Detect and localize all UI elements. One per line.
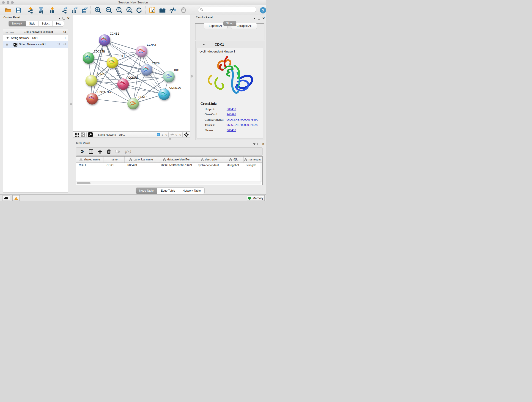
- memory-button[interactable]: Memory: [247, 195, 265, 201]
- network-edge[interactable]: [112, 63, 169, 77]
- network-options-gear-icon[interactable]: ⚙: [63, 30, 66, 34]
- crosslink-link[interactable]: 9606.ENSP00000378699: [227, 123, 258, 127]
- export-image-icon[interactable]: [81, 7, 88, 13]
- tab-style[interactable]: Style: [26, 21, 39, 26]
- protein-collapse-icon[interactable]: [203, 44, 205, 45]
- cloud-status-button[interactable]: [2, 195, 10, 201]
- table-row[interactable]: CDK1CDK1P064939606.ENSP00000378699cyclin…: [76, 163, 262, 168]
- column-header-shared-name[interactable]: shared name: [76, 157, 104, 162]
- refresh-icon[interactable]: [136, 7, 143, 13]
- collection-expand-icon[interactable]: [7, 37, 9, 38]
- table-cell[interactable]: CDK1: [104, 163, 125, 168]
- network-node[interactable]: CCNA1: [136, 43, 157, 57]
- show-panel-eye-icon-disabled[interactable]: [180, 7, 187, 13]
- table-cell[interactable]: P06493: [125, 163, 158, 168]
- network-node[interactable]: CDK1: [107, 55, 125, 68]
- column-header-label: database identifier: [167, 158, 190, 161]
- zoom-selected-icon[interactable]: [126, 7, 133, 13]
- network-share-icon-disabled[interactable]: [81, 133, 85, 137]
- node-label: CDK1: [118, 55, 125, 58]
- tab-string[interactable]: String: [223, 21, 236, 26]
- collapse-all-networks-icon[interactable]: ⌄⌄: [5, 31, 8, 33]
- network-row-selected[interactable]: String Network – cdk1 11 48: [3, 41, 68, 48]
- save-session-icon[interactable]: [15, 7, 22, 13]
- table-cell[interactable]: cyclin-dependent ...: [195, 163, 224, 168]
- table-cell[interactable]: stringdb: [244, 163, 262, 168]
- delete-table-icon-disabled: [115, 150, 120, 153]
- network-node[interactable]: HIST1H1A: [86, 91, 111, 104]
- show-columns-icon[interactable]: [89, 149, 93, 154]
- column-header--id[interactable]: @id: [224, 157, 244, 162]
- delete-column-trash-icon[interactable]: [107, 149, 111, 154]
- expand-all-networks-icon[interactable]: ︿︿: [10, 30, 14, 34]
- import-network-icon[interactable]: [27, 7, 34, 13]
- crosslink-link[interactable]: 9606.ENSP00000378699: [227, 118, 258, 121]
- table-cell[interactable]: 9606.ENSP00000378699: [158, 163, 195, 168]
- panel-close-icon[interactable]: ✕: [67, 17, 70, 20]
- table-vertical-scrollbar[interactable]: [260, 163, 262, 182]
- export-network-icon[interactable]: [62, 7, 69, 13]
- table-cell[interactable]: stringdb:9...: [224, 163, 244, 168]
- control-panel-tabs: Network Style Select Sets: [8, 21, 64, 26]
- table-options-gear-icon[interactable]: ⚙: [80, 149, 84, 154]
- zoom-out-icon[interactable]: [105, 7, 112, 13]
- panel-float-icon[interactable]: [63, 17, 65, 19]
- crosslink-link[interactable]: P06493: [227, 107, 236, 111]
- create-column-plus-icon[interactable]: [98, 149, 102, 154]
- panel-menu-icon[interactable]: [253, 18, 256, 19]
- scrollbar-thumb[interactable]: [77, 182, 90, 184]
- table-horizontal-scrollbar[interactable]: [76, 182, 261, 185]
- network-edge[interactable]: [104, 40, 133, 104]
- panel-menu-icon[interactable]: [58, 18, 60, 19]
- open-session-icon[interactable]: [5, 7, 12, 13]
- right-splitter-handle[interactable]: [191, 75, 193, 77]
- column-header-name[interactable]: name: [104, 157, 125, 162]
- search-input[interactable]: [203, 8, 250, 12]
- help-icon[interactable]: ?: [260, 7, 266, 14]
- tab-node-table[interactable]: Node Table: [136, 188, 157, 194]
- crosslink-link[interactable]: P06493: [227, 128, 236, 132]
- network-canvas[interactable]: CCNB2CCNA1CDC25BCDK1CDC6RB1CCNB1CCNA2CDK…: [73, 15, 190, 132]
- tab-network[interactable]: Network: [9, 21, 26, 26]
- column-header-canonical-name[interactable]: canonical name: [125, 157, 158, 162]
- crosslink-link[interactable]: P06493: [227, 113, 236, 116]
- network-edge[interactable]: [92, 40, 104, 99]
- fit-selection-crosshair-icon[interactable]: [184, 132, 189, 137]
- export-table-icon[interactable]: [71, 7, 78, 13]
- network-edge[interactable]: [92, 99, 133, 104]
- network-node[interactable]: RB1: [163, 69, 180, 82]
- network-edge[interactable]: [104, 40, 142, 51]
- column-header-description[interactable]: description: [195, 157, 224, 162]
- home-networks-icon[interactable]: [159, 7, 166, 13]
- column-header-database-identifier[interactable]: database identifier: [158, 157, 195, 162]
- left-splitter-handle[interactable]: [70, 103, 72, 105]
- clone-network-icon[interactable]: [149, 7, 156, 13]
- tab-select[interactable]: Select: [39, 21, 53, 26]
- import-network-from-database-icon[interactable]: [38, 7, 45, 13]
- hide-panel-eye-icon[interactable]: [169, 7, 176, 13]
- open-in-new-window-icon[interactable]: [88, 132, 93, 137]
- panel-float-icon[interactable]: [258, 143, 260, 145]
- column-tree-icon: [80, 158, 82, 161]
- network-node[interactable]: CDKN1A: [158, 86, 181, 100]
- network-node[interactable]: CDC25B: [83, 50, 105, 64]
- column-header-namespac[interactable]: namespac: [244, 157, 262, 162]
- tab-sets[interactable]: Sets: [53, 21, 64, 26]
- tab-network-table[interactable]: Network Table: [179, 188, 204, 194]
- birds-eye-grid-icon[interactable]: [75, 133, 79, 137]
- network-collection-row[interactable]: String Network – cdk1 1: [3, 35, 68, 41]
- panel-menu-icon[interactable]: [253, 143, 255, 145]
- table-cell[interactable]: CDK1: [76, 163, 104, 168]
- panel-float-icon[interactable]: [258, 17, 260, 19]
- warnings-button[interactable]: [12, 195, 20, 201]
- import-table-icon[interactable]: [49, 7, 56, 13]
- table-body: CDK1CDK1P064939606.ENSP00000378699cyclin…: [76, 163, 262, 168]
- zoom-in-icon[interactable]: [94, 7, 101, 13]
- panel-close-icon[interactable]: ✕: [262, 17, 265, 20]
- selected-checkbox-icon[interactable]: [157, 133, 160, 136]
- search-box[interactable]: [198, 7, 256, 12]
- tab-edge-table[interactable]: Edge Table: [157, 188, 179, 194]
- panel-close-icon[interactable]: ✕: [262, 142, 265, 146]
- network-graph[interactable]: CCNB2CCNA1CDC25BCDK1CDC6RB1CCNB1CCNA2CDK…: [73, 15, 190, 131]
- zoom-fit-icon[interactable]: [116, 7, 123, 13]
